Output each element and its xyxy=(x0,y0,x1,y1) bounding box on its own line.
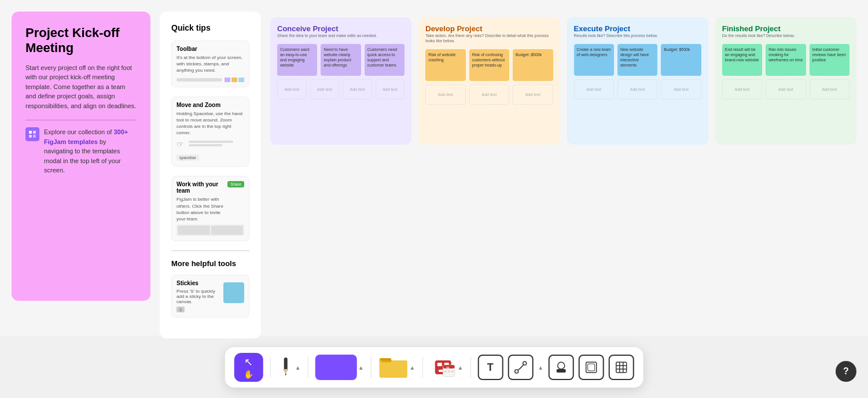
toolbar-tip-visual xyxy=(176,78,244,82)
pencil-tool-group: ▲ xyxy=(278,355,301,379)
finished-cards-row: End result will be an engaging and brand… xyxy=(722,44,849,76)
kickoff-link-block: Explore our collection of 300+ FigJam te… xyxy=(25,127,137,185)
folder-svg xyxy=(378,356,409,379)
media-chevron[interactable]: ▲ xyxy=(410,364,415,371)
svg-rect-26 xyxy=(556,369,565,373)
execute-add-3[interactable]: Add text xyxy=(661,79,701,100)
share-btn: Share xyxy=(227,181,244,187)
sticker-tool[interactable]: 30 xyxy=(429,354,456,381)
sep-2 xyxy=(308,357,308,378)
toolbar: ↖ ✋ ▲ ▲ xyxy=(225,347,643,388)
connector-svg xyxy=(513,360,527,374)
execute-header: Execute Project Results look like? Descr… xyxy=(574,24,701,38)
quicktips-divider xyxy=(171,250,249,251)
execute-note-1: Create a new team of web designers xyxy=(574,44,614,76)
sep-1 xyxy=(270,357,271,378)
svg-rect-20 xyxy=(447,370,450,373)
table-tool[interactable] xyxy=(608,355,634,380)
movezoom-tip: Move and Zoom Holding Spacebar, use the … xyxy=(171,97,249,167)
finished-note-3: Initial customer reviews have been posit… xyxy=(810,44,849,76)
develop-note-2: Risk of confusing customers without prop… xyxy=(469,49,509,81)
finished-add-row: Add text Add text Add text xyxy=(722,79,849,100)
conceive-add-1[interactable]: Add text xyxy=(277,79,307,100)
quicktips-card: Quick tips Toolbar It's at the bottom of… xyxy=(160,12,261,338)
finished-note-1: End result will be an engaging and brand… xyxy=(722,44,762,76)
stickies-tip-title: Stickies xyxy=(176,280,219,286)
develop-add-row: Add text Add text Add text xyxy=(425,84,553,105)
conceive-add-4[interactable]: Add text xyxy=(376,79,405,100)
kickoff-divider xyxy=(25,120,137,120)
pencil-chevron[interactable]: ▲ xyxy=(295,364,301,371)
sticker-svg: 30 xyxy=(430,355,455,380)
finished-title: Finished Project xyxy=(722,24,849,33)
sticky-visual xyxy=(223,282,244,303)
connector-tool[interactable] xyxy=(507,355,533,380)
toolbar-tip-title: Toolbar xyxy=(176,46,244,52)
stickies-tip: Stickies Press 'S' to quickly add a stic… xyxy=(171,275,249,318)
select-tool[interactable]: ↖ ✋ xyxy=(234,353,263,382)
cursor-icon: ↖ xyxy=(244,356,253,368)
svg-rect-28 xyxy=(587,364,594,371)
conceive-cards-row: Customers want an easy-to-use and engagi… xyxy=(277,44,404,76)
finished-add-2[interactable]: Add text xyxy=(766,79,806,100)
develop-note-1: Risk of website crashing xyxy=(425,49,465,81)
kickoff-title: Project Kick-off Meeting xyxy=(25,25,137,56)
conceive-add-row: Add text Add text Add text Add text xyxy=(277,79,404,100)
sep-4 xyxy=(422,357,422,378)
execute-cards-row: Create a new team of web designers New w… xyxy=(574,44,701,76)
develop-add-2[interactable]: Add text xyxy=(469,84,509,105)
develop-stage: Develop Project Take action. Are there a… xyxy=(418,17,560,145)
movezoom-tip-title: Move and Zoom xyxy=(176,102,244,108)
stamp-svg xyxy=(553,360,568,375)
help-label: ? xyxy=(843,366,849,377)
frame-svg xyxy=(584,360,598,374)
pencil-svg xyxy=(280,358,292,377)
develop-add-1[interactable]: Add text xyxy=(425,84,465,105)
kickoff-card: Project Kick-off Meeting Start every pro… xyxy=(12,12,150,301)
develop-subtitle: Take action. Are there any risks? Descri… xyxy=(425,33,553,43)
develop-title: Develop Project xyxy=(425,24,553,33)
table-svg xyxy=(614,360,628,374)
svg-rect-3 xyxy=(33,135,36,138)
help-button[interactable]: ? xyxy=(836,361,856,382)
conceive-note-1: Customers want an easy-to-use and engagi… xyxy=(277,44,317,76)
svg-point-25 xyxy=(557,362,564,369)
svg-marker-6 xyxy=(285,374,286,376)
pencil-tool[interactable] xyxy=(278,355,294,379)
text-tool[interactable]: T xyxy=(477,355,503,380)
execute-stage: Execute Project Results look like? Descr… xyxy=(567,17,708,145)
execute-add-1[interactable]: Add text xyxy=(574,79,614,100)
team-tip-title: Work with your team xyxy=(176,181,227,194)
develop-cards-row: Risk of website crashing Risk of confusi… xyxy=(425,49,553,81)
conceive-subtitle: Share the idea to your team and make edi… xyxy=(277,33,404,38)
conceive-add-2[interactable]: Add text xyxy=(310,79,340,100)
finished-add-3[interactable]: Add text xyxy=(810,79,849,100)
color-block-tool[interactable] xyxy=(315,355,357,380)
media-tool[interactable] xyxy=(378,356,409,379)
movezoom-tip-desc: Holding Spacebar, use the hand tool to m… xyxy=(176,110,244,137)
svg-rect-14 xyxy=(437,363,442,366)
movezoom-tip-visual: ☞ xyxy=(176,139,244,149)
execute-add-2[interactable]: Add text xyxy=(617,79,657,100)
svg-rect-2 xyxy=(29,135,32,138)
kickoff-description: Start every project off on the right foo… xyxy=(25,63,137,111)
finished-note-2: Ran into issues creating for wireframes … xyxy=(766,44,806,76)
svg-text:30: 30 xyxy=(446,366,449,370)
conceive-stage: Conceive Project Share the idea to your … xyxy=(270,17,411,145)
execute-note-2: New website design will have interactive… xyxy=(617,44,657,76)
color-chevron[interactable]: ▲ xyxy=(358,364,364,371)
connector-chevron[interactable]: ▲ xyxy=(538,364,543,371)
svg-rect-12 xyxy=(381,359,392,362)
develop-add-3[interactable]: Add text xyxy=(513,84,553,105)
quicktips-title: Quick tips xyxy=(171,23,249,32)
stamp-tool[interactable] xyxy=(548,355,573,380)
conceive-add-3[interactable]: Add text xyxy=(343,79,372,100)
canvas: Project Kick-off Meeting Start every pro… xyxy=(0,0,868,336)
sticker-chevron[interactable]: ▲ xyxy=(457,364,463,371)
develop-note-3: Budget: $500k xyxy=(513,49,553,81)
media-tool-group: ▲ xyxy=(378,356,415,379)
frame-tool[interactable] xyxy=(578,355,604,380)
svg-rect-8 xyxy=(284,369,288,371)
finished-add-1[interactable]: Add text xyxy=(722,79,762,100)
finished-stage: Finished Project Do the results look lik… xyxy=(715,17,856,145)
